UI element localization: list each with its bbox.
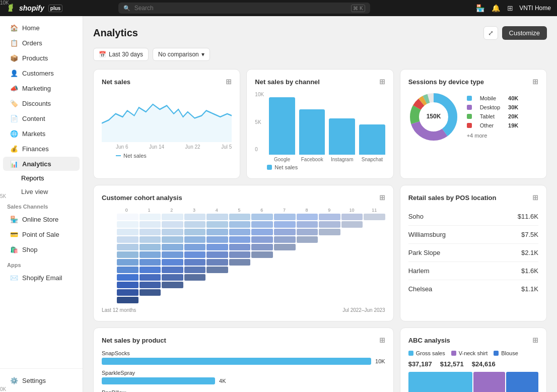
sidebar-item-finances[interactable]: 💰 Finances (3, 142, 80, 156)
bar-facebook: Facebook (299, 109, 325, 162)
logo-text: shopify (19, 4, 44, 12)
sidebar-item-products[interactable]: 📦 Products (3, 51, 80, 65)
net-sales-channel-icon[interactable]: ⊞ (379, 78, 385, 86)
legend-tablet: Tablet 20K (467, 113, 519, 119)
sidebar-item-discounts[interactable]: 🏷️ Discounts (3, 96, 80, 110)
abc-bars (408, 372, 538, 392)
svg-text:150K: 150K (426, 113, 441, 120)
customize-button[interactable]: Customize (502, 26, 547, 40)
sessions-device-icon[interactable]: ⊞ (532, 78, 538, 86)
channel-bars: Google Facebook Instagram Snapchat (269, 92, 385, 162)
comparison-filter[interactable]: No comparison ▾ (153, 48, 210, 61)
legend-mobile: Mobile 40K (467, 95, 519, 101)
abc-analysis-card: ABC analysis ⊞ Gross sales V-neck shirt … (400, 328, 547, 392)
sidebar-item-shop[interactable]: 🛍️ Shop (3, 242, 80, 256)
abc-legend: Gross sales V-neck shirt Blouse (408, 350, 538, 356)
store-name: VNTI Home (519, 5, 551, 12)
store-icon[interactable]: 🏪 (475, 3, 485, 13)
page-title: Analytics (93, 27, 138, 39)
cohort-row (102, 229, 385, 235)
cohort-row (102, 259, 385, 266)
product-bars: SnapSocks 10K SparkleSpray 4K (102, 350, 385, 392)
sidebar-item-orders[interactable]: 📋 Orders (3, 36, 80, 50)
abc-card-icon[interactable]: ⊞ (532, 336, 538, 344)
net-sales-card: Net sales ⊞ 10K 5K 0K (93, 69, 240, 179)
net-sales-legend: Net sales (116, 153, 232, 159)
cohort-row (102, 282, 385, 288)
pos-rows: Soho $11.6K Williamsburg $7.5K Park Slop… (408, 208, 538, 298)
pos-row-harlem: Harlem $1.6K (408, 262, 538, 280)
cohort-row (102, 236, 385, 243)
sidebar-item-online-store[interactable]: 🏪 Online Store (3, 212, 80, 226)
retail-sales-card: Retail sales by POS location ⊞ Soho $11.… (400, 185, 547, 321)
sidebar-item-home[interactable]: 🏠 Home (3, 21, 80, 35)
product-card-icon[interactable]: ⊞ (379, 336, 385, 344)
pos-row-soho: Soho $11.6K (408, 208, 538, 226)
net-sales-card-icon[interactable]: ⊞ (226, 78, 232, 86)
abc-values: $37,187 $12,571 $24,616 (408, 360, 538, 368)
pos-row-chelsea: Chelsea $1.1K (408, 280, 538, 298)
sidebar-sub-live-view[interactable]: Live view (3, 185, 80, 198)
search-bar[interactable]: 🔍 ⌘ K (118, 3, 370, 14)
sidebar-item-marketing[interactable]: 📣 Marketing (3, 81, 80, 95)
abc-legend-gross: Gross sales (408, 350, 445, 356)
cohort-headers: 0 1 2 3 4 5 6 7 8 9 10 11 (116, 208, 385, 213)
cohort-row (102, 274, 385, 281)
channel-legend: Net sales (267, 164, 385, 170)
calendar-icon: 📅 (99, 51, 106, 58)
analytics-grid-row2: Customer cohort analysis ⊞ 0 1 2 3 4 5 6… (93, 185, 547, 321)
analytics-grid-row3: Net sales by product ⊞ SnapSocks 10K Spa… (93, 328, 547, 392)
bar-google: Google (269, 97, 295, 162)
product-snapsocks: SnapSocks 10K (102, 350, 385, 365)
channel-legend-dot (267, 165, 272, 170)
topbar: shopifyplus 🔍 ⌘ K 🏪 🔔 ⊞ VNTI Home (0, 0, 557, 16)
sidebar-item-analytics[interactable]: 📊 Analytics (3, 157, 80, 171)
product-sparklespray: SparkleSpray 4K (102, 370, 385, 384)
donut-more: +4 more (467, 133, 519, 139)
cohort-row (102, 267, 385, 273)
cohort-row (102, 297, 385, 303)
date-range-filter[interactable]: 📅 Last 30 days (93, 48, 149, 61)
sidebar-item-customers[interactable]: 👤 Customers (3, 66, 80, 80)
cohort-rows (102, 214, 385, 303)
filters: 📅 Last 30 days No comparison ▾ (93, 48, 547, 61)
retail-sales-icon[interactable]: ⊞ (532, 193, 538, 202)
sidebar-item-settings[interactable]: ⚙️ Settings (3, 373, 80, 387)
logo-plus: plus (48, 5, 63, 12)
cohort-row (102, 251, 385, 258)
expand-button[interactable]: ⤢ (483, 26, 498, 40)
sidebar-item-point-of-sale[interactable]: 💳 Point of Sale (3, 227, 80, 241)
net-sales-legend-dot (116, 155, 121, 156)
abc-legend-blouse: Blouse (494, 350, 518, 356)
donut-legend: Mobile 40K Desktop 30K Tablet 20K (467, 95, 519, 139)
cohort-title: Customer cohort analysis (102, 194, 182, 202)
net-sales-channel-title: Net sales by channel (255, 78, 320, 86)
net-sales-x-labels: Jun 6 Jun 14 Jun 22 Jul 5 (116, 144, 232, 150)
sidebar-item-markets[interactable]: 🌐 Markets (3, 126, 80, 141)
channel-y-labels: 10K 5K 0 (255, 92, 267, 162)
search-input[interactable] (134, 5, 347, 12)
search-shortcut: ⌘ K (351, 5, 365, 12)
sidebar-item-content[interactable]: 📄 Content (3, 111, 80, 125)
retail-sales-title: Retail sales by POS location (408, 194, 497, 202)
apps-icon[interactable]: ⊞ (506, 3, 514, 13)
product-poppillow: PopPillow 5K (102, 389, 385, 392)
cohort-footer: Last 12 months Jul 2022–Jun 2023 (102, 307, 385, 313)
abc-legend-vneck: V-neck shirt (451, 350, 488, 356)
sessions-device-title: Sessions by device type (408, 78, 484, 86)
header-actions: ⤢ Customize (483, 26, 547, 40)
net-sales-product-title: Net sales by product (102, 337, 166, 344)
notification-icon[interactable]: 🔔 (491, 3, 501, 13)
net-sales-title: Net sales (102, 78, 130, 86)
cohort-row (102, 214, 385, 220)
cohort-row (102, 289, 385, 296)
chevron-down-icon: ▾ (201, 51, 204, 58)
bar-instagram: Instagram (329, 118, 355, 162)
sidebar-item-shopify-email[interactable]: ✉️ Shopify Email (3, 271, 80, 285)
sidebar-sub-reports[interactable]: Reports (3, 172, 80, 184)
main-layout: 🏠 Home 📋 Orders 📦 Products 👤 Customers 📣… (0, 16, 557, 392)
cohort-card-icon[interactable]: ⊞ (379, 193, 385, 202)
pos-row-williamsburg: Williamsburg $7.5K (408, 226, 538, 244)
cohort-chart: 0 1 2 3 4 5 6 7 8 9 10 11 (102, 208, 385, 304)
search-icon: 🔍 (123, 5, 130, 12)
